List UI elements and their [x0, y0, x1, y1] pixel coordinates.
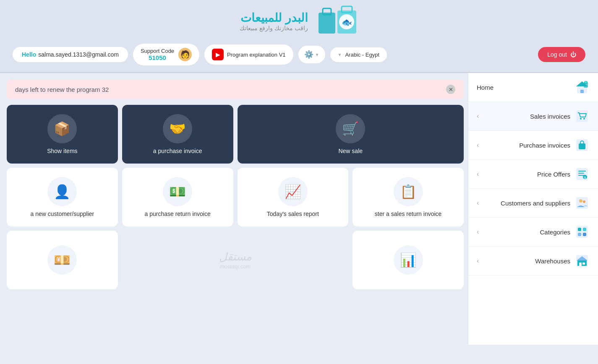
sidebar-purchase-right: Purchase invoices — [519, 138, 590, 153]
sales-report-label: Today's sales report — [267, 211, 319, 217]
sidebar-item-home[interactable]: Home — [468, 73, 598, 102]
logout-label: Log out — [547, 51, 567, 58]
svg-point-13 — [583, 118, 585, 120]
svg-rect-0 — [319, 13, 335, 34]
gear-icon: ⚙️ — [304, 50, 313, 59]
sidebar-purchase-label: Purchase invoices — [519, 142, 570, 149]
show-items-label: Show items — [47, 148, 77, 154]
logout-button[interactable]: Log out ⏻ — [538, 47, 585, 62]
sidebar-categories-label: Categories — [540, 229, 570, 236]
sidebar-price-right: Price Offers $ — [537, 166, 590, 182]
program-explanation-box[interactable]: ▶ Program explanation V1 — [204, 44, 293, 65]
notification-close-button[interactable]: ✕ — [446, 85, 455, 94]
sales-return-icon: 📋 — [394, 177, 423, 206]
language-label: Arabic - Egypt — [345, 52, 379, 58]
bottom-left-icon: 💴 — [47, 245, 77, 275]
sidebar-item-sales-invoices[interactable]: ‹ Sales invoices — [468, 102, 598, 131]
sidebar-item-purchase-invoices[interactable]: ‹ Purchase invoices — [468, 131, 598, 160]
logo-title: البدر للمبيعات — [240, 11, 308, 25]
cards-container: 📦 Show items 🤝 a purchase invoice 🛒 New … — [7, 105, 464, 289]
sales-report-card[interactable]: 📈 Today's sales report — [238, 168, 349, 226]
purchase-return-card[interactable]: 💵 a purchase return invoice — [122, 168, 233, 226]
purchase-return-label: a purchase return invoice — [145, 211, 211, 217]
sidebar-item-warehouses[interactable]: ‹ Warehouses — [468, 247, 598, 276]
svg-rect-28 — [583, 228, 586, 231]
svg-rect-19 — [578, 173, 584, 174]
sidebar-warehouses-label: Warehouses — [535, 257, 570, 265]
bottom-right-icon: 📊 — [394, 245, 423, 275]
support-code-box: Support Code 51050 🧑 — [133, 44, 199, 65]
sales-return-card[interactable]: 📋 ster a sales return invoice — [353, 168, 464, 226]
sidebar-home-right: Home — [477, 84, 494, 91]
svg-rect-35 — [582, 263, 585, 265]
purchase-invoice-card[interactable]: 🤝 a purchase invoice — [122, 105, 233, 164]
svg-rect-18 — [578, 171, 586, 172]
svg-point-25 — [583, 200, 585, 203]
sales-report-icon: 📈 — [278, 177, 308, 206]
svg-text:🐟: 🐟 — [341, 17, 352, 27]
settings-button[interactable]: ⚙️ ▼ — [298, 46, 325, 63]
notification-text: days left to renew the program 32 — [15, 86, 109, 93]
sidebar-warehouses-right: Warehouses — [535, 253, 590, 268]
toolbar: Hello salma.sayed.1313@gmail.com Support… — [8, 41, 590, 68]
show-items-card[interactable]: 📦 Show items — [7, 105, 118, 164]
sidebar-item-price-offers[interactable]: ‹ Price Offers $ — [468, 160, 598, 189]
language-selector[interactable]: ▼ Arabic - Egypt — [330, 47, 387, 62]
purchase-invoice-label: a purchase invoice — [153, 148, 202, 154]
sidebar-price-label: Price Offers — [537, 171, 570, 178]
svg-rect-32 — [577, 260, 587, 266]
new-customer-card[interactable]: 👤 a new customer/supplier — [7, 168, 118, 226]
warehouses-icon — [574, 253, 590, 268]
logo-text: البدر للمبيعات راقب مخازنك وارفع مبيعاتك — [240, 11, 308, 31]
header: البدر للمبيعات راقب مخازنك وارفع مبيعاتك… — [0, 0, 598, 72]
svg-rect-30 — [583, 233, 586, 236]
chevron-left-icon-2: ‹ — [477, 141, 479, 149]
sidebar-customers-label: Customers and suppliers — [501, 200, 570, 207]
price-offers-icon: $ — [574, 166, 590, 182]
logo-icon: 🐟 — [316, 4, 358, 38]
purchase-return-icon: 💵 — [163, 177, 192, 206]
bag-icon — [574, 138, 590, 153]
svg-point-24 — [579, 199, 582, 203]
youtube-icon: ▶ — [212, 49, 224, 60]
sidebar-item-customers[interactable]: ‹ Customers and suppliers — [468, 189, 598, 218]
svg-point-12 — [580, 118, 582, 120]
new-customer-icon: 👤 — [47, 177, 77, 206]
support-code-label: Support Code — [141, 48, 174, 54]
svg-text:$: $ — [584, 176, 586, 179]
support-avatar: 🧑 — [178, 48, 192, 61]
user-email: salma.sayed.1313@gmail.com — [38, 51, 119, 58]
bottom-left-card[interactable]: 💴 — [7, 231, 118, 289]
chevron-left-icon-4: ‹ — [477, 199, 479, 207]
svg-rect-27 — [578, 228, 581, 231]
new-sale-card[interactable]: 🛒 New sale — [238, 105, 464, 164]
cards-grid: 📦 Show items 🤝 a purchase invoice 🛒 New … — [7, 105, 464, 289]
cart-icon — [574, 109, 590, 124]
categories-icon — [574, 224, 590, 239]
support-code-value: 51050 — [149, 54, 166, 61]
chevron-down-icon: ▼ — [338, 52, 342, 57]
hello-label: Hello — [22, 51, 36, 58]
logo-area: البدر للمبيعات راقب مخازنك وارفع مبيعاتك… — [240, 4, 358, 38]
power-icon: ⏻ — [570, 51, 576, 58]
program-explanation-label: Program explanation V1 — [227, 52, 285, 58]
main-area: days left to renew the program 32 ✕ 📦 Sh… — [0, 73, 598, 345]
watermark-area: مستقل mostaql.com — [122, 231, 349, 289]
svg-rect-26 — [576, 226, 588, 238]
chevron-left-icon: ‹ — [477, 112, 479, 120]
sidebar-item-categories[interactable]: ‹ Categories — [468, 218, 598, 247]
home-icon — [574, 80, 590, 95]
sidebar: Home ‹ Sales invoices — [468, 73, 598, 345]
svg-rect-8 — [580, 90, 584, 93]
gear-dropdown-icon: ▼ — [315, 52, 319, 57]
show-items-icon: 📦 — [47, 114, 77, 143]
bottom-right-card[interactable]: 📊 — [353, 231, 464, 289]
cards-panel: days left to renew the program 32 ✕ 📦 Sh… — [0, 73, 468, 345]
notification-banner: days left to renew the program 32 ✕ — [7, 80, 464, 99]
chevron-left-icon-3: ‹ — [477, 170, 479, 178]
sidebar-home-label: Home — [477, 84, 494, 91]
sidebar-sales-label: Sales invoices — [530, 113, 570, 120]
chevron-left-icon-6: ‹ — [477, 257, 479, 265]
new-customer-label: a new customer/supplier — [31, 211, 94, 217]
sidebar-sales-right: Sales invoices — [530, 109, 590, 124]
